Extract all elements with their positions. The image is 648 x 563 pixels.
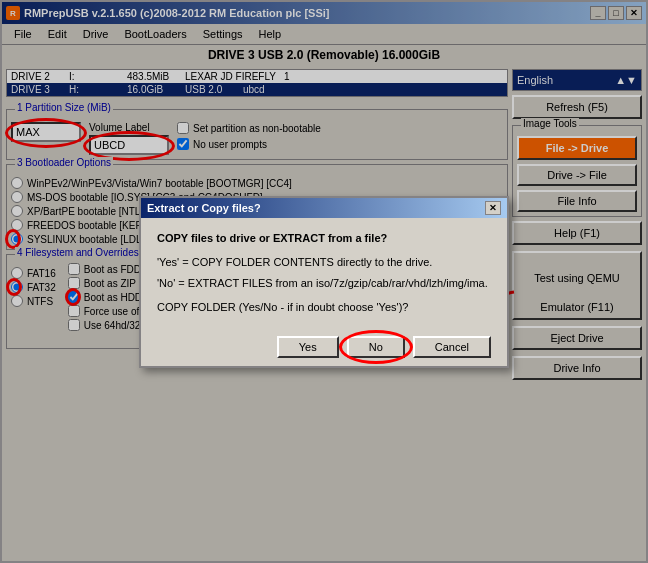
dialog-no-button[interactable]: No	[347, 336, 405, 358]
dialog-line2: 'Yes' = COPY FOLDER CONTENTS directly to…	[157, 254, 491, 271]
dialog-buttons: Yes No Cancel	[141, 328, 507, 366]
extract-copy-dialog: Extract or Copy files? ✕ COPY files to d…	[139, 196, 509, 368]
main-window: R RMPrepUSB v.2.1.650 (c)2008-2012 RM Ed…	[0, 0, 648, 563]
dialog-close-button[interactable]: ✕	[485, 201, 501, 215]
dialog-line3: 'No' = EXTRACT FILES from an iso/7z/gzip…	[157, 275, 491, 292]
dialog-line4: COPY FOLDER (Yes/No - if in doubt choose…	[157, 299, 491, 316]
dialog-body: COPY files to drive or EXTRACT from a fi…	[141, 218, 507, 328]
dialog-yes-button[interactable]: Yes	[277, 336, 339, 358]
dialog-line1: COPY files to drive or EXTRACT from a fi…	[157, 230, 491, 247]
dialog-overlay: Extract or Copy files? ✕ COPY files to d…	[2, 2, 646, 561]
no-button-wrap: No	[347, 336, 405, 358]
dialog-titlebar: Extract or Copy files? ✕	[141, 198, 507, 218]
dialog-title: Extract or Copy files?	[147, 202, 261, 214]
dialog-cancel-button[interactable]: Cancel	[413, 336, 491, 358]
